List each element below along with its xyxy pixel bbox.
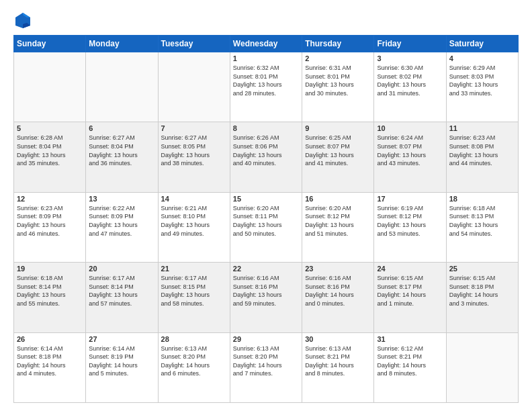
calendar-cell: 15Sunrise: 6:20 AM Sunset: 8:11 PM Dayli… <box>230 192 302 262</box>
calendar-cell: 12Sunrise: 6:23 AM Sunset: 8:09 PM Dayli… <box>14 192 86 262</box>
calendar-cell: 22Sunrise: 6:16 AM Sunset: 8:16 PM Dayli… <box>230 263 302 332</box>
day-info: Sunrise: 6:13 AM Sunset: 8:20 PM Dayligh… <box>233 345 299 378</box>
calendar-header-wednesday: Wednesday <box>230 36 302 52</box>
day-info: Sunrise: 6:31 AM Sunset: 8:01 PM Dayligh… <box>305 64 371 97</box>
calendar-cell: 24Sunrise: 6:15 AM Sunset: 8:17 PM Dayli… <box>374 263 446 332</box>
day-number: 9 <box>305 124 371 132</box>
day-number: 10 <box>377 124 443 132</box>
header <box>13 11 519 30</box>
day-number: 13 <box>89 195 154 203</box>
calendar-cell <box>14 52 86 122</box>
calendar-cell: 6Sunrise: 6:27 AM Sunset: 8:04 PM Daylig… <box>86 122 158 192</box>
day-number: 2 <box>305 54 371 62</box>
day-number: 16 <box>305 195 371 203</box>
day-number: 12 <box>17 195 83 203</box>
calendar-cell: 11Sunrise: 6:23 AM Sunset: 8:08 PM Dayli… <box>446 122 518 192</box>
day-info: Sunrise: 6:21 AM Sunset: 8:10 PM Dayligh… <box>161 204 227 238</box>
day-info: Sunrise: 6:20 AM Sunset: 8:12 PM Dayligh… <box>305 204 371 238</box>
day-number: 14 <box>161 195 227 203</box>
calendar-cell <box>86 52 158 122</box>
calendar-week-1: 5Sunrise: 6:28 AM Sunset: 8:04 PM Daylig… <box>14 122 519 192</box>
day-number: 20 <box>89 265 154 273</box>
calendar-cell: 26Sunrise: 6:14 AM Sunset: 8:18 PM Dayli… <box>14 332 86 402</box>
calendar-cell: 19Sunrise: 6:18 AM Sunset: 8:14 PM Dayli… <box>14 263 86 332</box>
day-number: 7 <box>161 124 227 132</box>
day-info: Sunrise: 6:15 AM Sunset: 8:17 PM Dayligh… <box>377 274 443 308</box>
day-info: Sunrise: 6:27 AM Sunset: 8:04 PM Dayligh… <box>89 134 154 167</box>
day-number: 8 <box>233 124 299 132</box>
calendar-cell: 9Sunrise: 6:25 AM Sunset: 8:07 PM Daylig… <box>302 122 374 192</box>
calendar-cell: 27Sunrise: 6:14 AM Sunset: 8:19 PM Dayli… <box>86 332 158 402</box>
day-info: Sunrise: 6:25 AM Sunset: 8:07 PM Dayligh… <box>305 134 371 167</box>
day-number: 6 <box>89 124 154 132</box>
day-info: Sunrise: 6:15 AM Sunset: 8:18 PM Dayligh… <box>449 274 515 308</box>
day-info: Sunrise: 6:12 AM Sunset: 8:21 PM Dayligh… <box>377 345 443 378</box>
calendar-week-0: 1Sunrise: 6:32 AM Sunset: 8:01 PM Daylig… <box>14 52 519 122</box>
day-info: Sunrise: 6:16 AM Sunset: 8:16 PM Dayligh… <box>305 274 371 308</box>
calendar-cell: 30Sunrise: 6:13 AM Sunset: 8:21 PM Dayli… <box>302 332 374 402</box>
day-number: 4 <box>449 54 515 62</box>
day-info: Sunrise: 6:14 AM Sunset: 8:19 PM Dayligh… <box>89 345 154 378</box>
page: SundayMondayTuesdayWednesdayThursdayFrid… <box>0 0 532 411</box>
calendar-header-tuesday: Tuesday <box>158 36 230 52</box>
calendar-cell: 29Sunrise: 6:13 AM Sunset: 8:20 PM Dayli… <box>230 332 302 402</box>
day-number: 27 <box>89 335 154 343</box>
day-number: 31 <box>377 335 443 343</box>
day-number: 1 <box>233 54 299 62</box>
day-info: Sunrise: 6:20 AM Sunset: 8:11 PM Dayligh… <box>233 204 299 238</box>
day-number: 18 <box>449 195 515 203</box>
calendar-cell: 18Sunrise: 6:18 AM Sunset: 8:13 PM Dayli… <box>446 192 518 262</box>
day-info: Sunrise: 6:13 AM Sunset: 8:20 PM Dayligh… <box>161 345 227 378</box>
day-info: Sunrise: 6:18 AM Sunset: 8:14 PM Dayligh… <box>17 274 83 308</box>
day-number: 11 <box>449 124 515 132</box>
day-info: Sunrise: 6:17 AM Sunset: 8:14 PM Dayligh… <box>89 274 154 308</box>
day-number: 21 <box>161 265 227 273</box>
calendar-week-4: 26Sunrise: 6:14 AM Sunset: 8:18 PM Dayli… <box>14 332 519 402</box>
calendar-week-3: 19Sunrise: 6:18 AM Sunset: 8:14 PM Dayli… <box>14 263 519 332</box>
calendar-cell: 17Sunrise: 6:19 AM Sunset: 8:12 PM Dayli… <box>374 192 446 262</box>
day-info: Sunrise: 6:13 AM Sunset: 8:21 PM Dayligh… <box>305 345 371 378</box>
day-info: Sunrise: 6:30 AM Sunset: 8:02 PM Dayligh… <box>377 64 443 97</box>
day-info: Sunrise: 6:26 AM Sunset: 8:06 PM Dayligh… <box>233 134 299 167</box>
day-number: 3 <box>377 54 443 62</box>
calendar-cell: 10Sunrise: 6:24 AM Sunset: 8:07 PM Dayli… <box>374 122 446 192</box>
calendar-cell: 4Sunrise: 6:29 AM Sunset: 8:03 PM Daylig… <box>446 52 518 122</box>
day-info: Sunrise: 6:32 AM Sunset: 8:01 PM Dayligh… <box>233 64 299 97</box>
day-info: Sunrise: 6:16 AM Sunset: 8:16 PM Dayligh… <box>233 274 299 308</box>
calendar-cell: 20Sunrise: 6:17 AM Sunset: 8:14 PM Dayli… <box>86 263 158 332</box>
day-number: 17 <box>377 195 443 203</box>
calendar-cell: 14Sunrise: 6:21 AM Sunset: 8:10 PM Dayli… <box>158 192 230 262</box>
day-number: 29 <box>233 335 299 343</box>
day-number: 5 <box>17 124 83 132</box>
day-info: Sunrise: 6:19 AM Sunset: 8:12 PM Dayligh… <box>377 204 443 238</box>
day-number: 28 <box>161 335 227 343</box>
calendar-cell: 13Sunrise: 6:22 AM Sunset: 8:09 PM Dayli… <box>86 192 158 262</box>
logo <box>13 11 35 30</box>
day-number: 26 <box>17 335 83 343</box>
calendar-header-thursday: Thursday <box>302 36 374 52</box>
calendar-header-friday: Friday <box>374 36 446 52</box>
day-info: Sunrise: 6:28 AM Sunset: 8:04 PM Dayligh… <box>17 134 83 167</box>
calendar-header-sunday: Sunday <box>14 36 86 52</box>
calendar-cell: 1Sunrise: 6:32 AM Sunset: 8:01 PM Daylig… <box>230 52 302 122</box>
calendar-cell: 3Sunrise: 6:30 AM Sunset: 8:02 PM Daylig… <box>374 52 446 122</box>
calendar-cell: 16Sunrise: 6:20 AM Sunset: 8:12 PM Dayli… <box>302 192 374 262</box>
day-info: Sunrise: 6:23 AM Sunset: 8:08 PM Dayligh… <box>449 134 515 167</box>
day-info: Sunrise: 6:27 AM Sunset: 8:05 PM Dayligh… <box>161 134 227 167</box>
calendar-cell: 7Sunrise: 6:27 AM Sunset: 8:05 PM Daylig… <box>158 122 230 192</box>
day-number: 30 <box>305 335 371 343</box>
calendar-cell: 8Sunrise: 6:26 AM Sunset: 8:06 PM Daylig… <box>230 122 302 192</box>
calendar-header-saturday: Saturday <box>446 36 518 52</box>
day-number: 15 <box>233 195 299 203</box>
calendar-cell: 2Sunrise: 6:31 AM Sunset: 8:01 PM Daylig… <box>302 52 374 122</box>
logo-icon <box>13 11 32 30</box>
day-info: Sunrise: 6:14 AM Sunset: 8:18 PM Dayligh… <box>17 345 83 378</box>
calendar-cell: 5Sunrise: 6:28 AM Sunset: 8:04 PM Daylig… <box>14 122 86 192</box>
calendar-week-2: 12Sunrise: 6:23 AM Sunset: 8:09 PM Dayli… <box>14 192 519 262</box>
calendar-header-monday: Monday <box>86 36 158 52</box>
calendar-cell <box>158 52 230 122</box>
day-info: Sunrise: 6:23 AM Sunset: 8:09 PM Dayligh… <box>17 204 83 238</box>
day-number: 24 <box>377 265 443 273</box>
calendar-cell: 31Sunrise: 6:12 AM Sunset: 8:21 PM Dayli… <box>374 332 446 402</box>
calendar-cell <box>446 332 518 402</box>
